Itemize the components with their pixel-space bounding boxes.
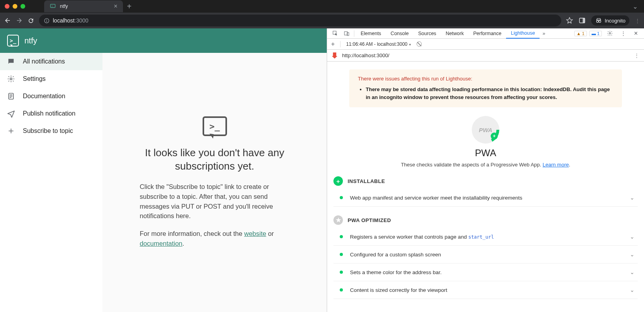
audit-title: Configured for a custom splash screen	[350, 252, 441, 258]
site-info-icon[interactable]	[44, 18, 50, 24]
page-content: >_ ntfy All notifications Settings Docum…	[0, 28, 327, 312]
sidebar-item-settings[interactable]: Settings	[0, 70, 102, 88]
browser-toolbar: localhost:3000 Incognito ⋮	[0, 13, 644, 28]
clear-icon[interactable]	[417, 41, 422, 47]
learn-more-link[interactable]: Learn more	[543, 162, 569, 168]
new-tab-button[interactable]: +	[123, 2, 136, 11]
close-window-button[interactable]	[5, 4, 9, 9]
side-panel-icon[interactable]	[579, 17, 586, 24]
incognito-indicator[interactable]: Incognito	[591, 15, 629, 26]
maximize-window-button[interactable]	[20, 4, 25, 9]
sidebar-item-all-notifications[interactable]: All notifications	[0, 53, 102, 70]
address-bar[interactable]: localhost:3000	[39, 15, 561, 26]
chevron-down-icon: ⌄	[630, 287, 635, 293]
close-tab-button[interactable]: ×	[114, 3, 117, 10]
send-icon	[7, 110, 15, 118]
forward-button[interactable]	[16, 17, 23, 24]
chevron-down-icon: ⌄	[630, 251, 635, 258]
sidebar-label: Documentation	[23, 93, 65, 100]
report-url: http://localhost:3000/	[342, 52, 389, 58]
incognito-icon	[595, 17, 602, 24]
star-circle-icon: ★	[333, 215, 343, 225]
audit-row[interactable]: Sets a theme color for the address bar.⌄	[333, 263, 638, 281]
sidebar: All notifications Settings Documentation…	[0, 53, 102, 312]
devtools-menu-icon[interactable]: ⋮	[618, 30, 629, 36]
tab-console[interactable]: Console	[386, 28, 413, 39]
audit-row[interactable]: Web app manifest and service worker meet…	[333, 189, 638, 207]
report-selector[interactable]: 11:06:46 AM - localhost:3000	[346, 41, 411, 47]
browser-tab-title: ntfy	[60, 4, 68, 9]
tab-performance[interactable]: Performance	[469, 28, 506, 39]
svg-text:>_: >_	[52, 4, 55, 7]
empty-body-2: For more information, check out the webs…	[140, 229, 290, 248]
audit-row[interactable]: Configured for a custom splash screen⌄	[333, 246, 638, 263]
svg-rect-6	[583, 18, 585, 23]
audit-title: Web app manifest and service worker meet…	[350, 195, 522, 201]
warnings-badge[interactable]: ▲ 1	[574, 31, 587, 36]
minimize-window-button[interactable]	[13, 4, 17, 9]
installable-section-header: + INSTALLABLE	[333, 176, 638, 186]
window-controls	[5, 4, 25, 9]
pwa-plus-badge-icon: +	[491, 133, 498, 140]
browser-menu-button[interactable]: ⋮	[635, 18, 640, 24]
pwa-gauge: PWA + PWA These checks validate the aspe…	[333, 116, 638, 168]
audit-row[interactable]: Registers a service worker that controls…	[333, 228, 638, 246]
section-title: INSTALLABLE	[348, 178, 385, 184]
sidebar-label: Subscribe to topic	[23, 127, 73, 135]
ntfy-favicon-icon: >_	[50, 3, 56, 9]
audit-title: Content is sized correctly for the viewp…	[350, 287, 447, 293]
warning-title: There were issues affecting this run of …	[358, 76, 613, 82]
devtools-close-icon[interactable]: ✕	[631, 30, 641, 36]
sidebar-item-documentation[interactable]: Documentation	[0, 88, 102, 105]
audit-title: Sets a theme color for the address bar.	[350, 269, 442, 275]
website-link[interactable]: website	[244, 230, 266, 237]
pass-dot-icon	[340, 253, 343, 256]
tab-elements[interactable]: Elements	[356, 28, 386, 39]
sidebar-item-subscribe[interactable]: Subscribe to topic	[0, 122, 102, 140]
audit-row[interactable]: Content is sized correctly for the viewp…	[333, 281, 638, 299]
tab-network[interactable]: Network	[441, 28, 469, 39]
ntfy-logo-icon: >_	[7, 35, 19, 47]
device-toolbar-icon[interactable]	[341, 30, 352, 36]
back-button[interactable]	[4, 17, 11, 24]
pass-dot-icon	[340, 196, 343, 199]
sidebar-item-publish[interactable]: Publish notification	[0, 105, 102, 122]
gear-icon	[7, 75, 15, 83]
warning-item: There may be stored data affecting loadi…	[366, 86, 613, 101]
devtools-tabbar: Elements Console Sources Network Perform…	[327, 28, 644, 39]
documentation-link[interactable]: documentation	[140, 240, 182, 247]
chevron-down-icon: ⌄	[630, 234, 635, 240]
report-menu-icon[interactable]: ⋮	[634, 52, 639, 58]
lighthouse-subbar: + 11:06:46 AM - localhost:3000	[327, 39, 644, 50]
new-report-button[interactable]: +	[331, 41, 335, 48]
document-icon	[7, 92, 15, 100]
devtools-settings-icon[interactable]	[604, 30, 616, 36]
pass-dot-icon	[340, 288, 343, 291]
ntfy-empty-icon: >_	[203, 116, 227, 136]
empty-heading: It looks like you don't have any subscri…	[134, 146, 295, 173]
tab-sources[interactable]: Sources	[413, 28, 441, 39]
bookmark-star-icon[interactable]	[566, 17, 573, 24]
sidebar-label: Settings	[23, 75, 46, 82]
svg-rect-3	[47, 20, 47, 22]
tabs-chevron-icon[interactable]: ⌄	[633, 3, 644, 10]
plus-circle-icon: +	[333, 176, 343, 186]
svg-point-9	[10, 78, 12, 80]
pwa-category-desc: These checks validate the aspects of a P…	[333, 162, 638, 168]
more-tabs-icon[interactable]: »	[540, 31, 548, 36]
pwa-score-circle: PWA +	[472, 116, 499, 144]
svg-point-14	[609, 33, 611, 34]
chevron-down-icon: ⌄	[630, 269, 635, 275]
window-titlebar: >_ ntfy × + ⌄	[0, 0, 644, 13]
sidebar-label: Publish notification	[23, 110, 75, 117]
lighthouse-report: There were issues affecting this run of …	[327, 62, 644, 312]
audit-title: Registers a service worker that controls…	[350, 234, 494, 240]
inspect-element-icon[interactable]	[329, 30, 341, 36]
browser-tab[interactable]: >_ ntfy ×	[44, 0, 123, 12]
lighthouse-logo-icon	[332, 52, 337, 59]
issues-badge[interactable]: ▬ 1	[589, 31, 602, 36]
svg-rect-4	[47, 19, 47, 19]
incognito-label: Incognito	[605, 18, 625, 24]
tab-lighthouse[interactable]: Lighthouse	[506, 28, 540, 39]
reload-button[interactable]	[28, 17, 34, 24]
